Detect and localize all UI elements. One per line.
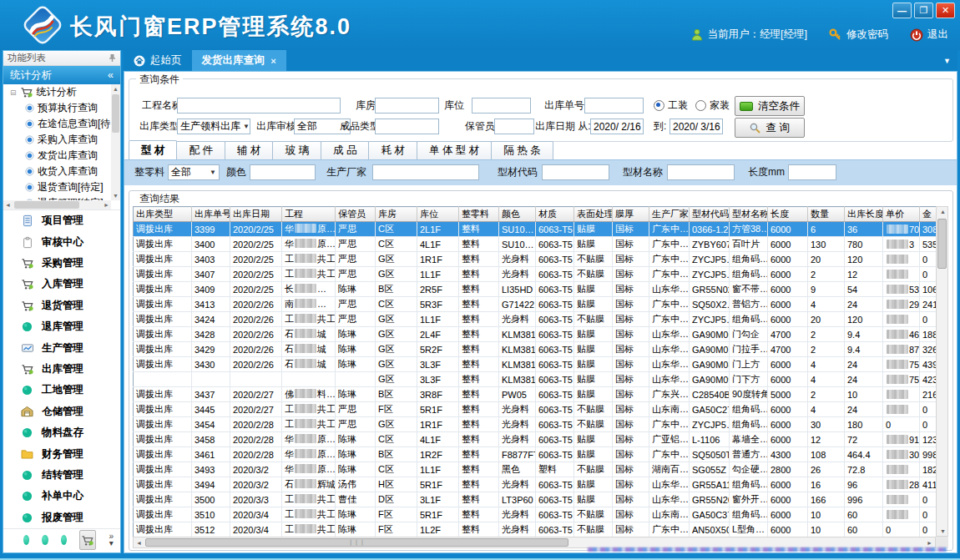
table-row[interactable]: 调拨出库34612020/2/28华原…陈琳B区1R2F整料F8877FT606… [134, 447, 937, 462]
column-header[interactable]: 生产厂家 [649, 207, 690, 222]
tree-item-purchase-inbound-query[interactable]: 采购入库查询 [3, 132, 111, 148]
more-chevron-icon[interactable]: »▾ [109, 533, 114, 547]
profile-name-input[interactable] [667, 164, 735, 180]
column-header[interactable]: 表面处理 [574, 207, 613, 222]
location-input[interactable] [472, 98, 531, 114]
table-row[interactable]: 调拨出库34032020/2/25工共工程严思G区1R1F整料光身料6063-T… [134, 252, 937, 267]
warehouse-input[interactable] [375, 98, 439, 114]
product-type-input[interactable] [375, 119, 439, 134]
minimize-button[interactable]: — [892, 3, 912, 18]
date-from-picker[interactable]: 2020/ 2/16▼ [590, 119, 644, 134]
clear-conditions-button[interactable]: 清空条件 [735, 96, 805, 116]
table-row[interactable]: 调拨出库34942020/3/2石辉城汤伟H区5R1F整料光身料6063-T5贴… [134, 477, 937, 492]
table-row[interactable]: 调拨出库34932020/3/2华原…陈琳C区1L1F整料黑色塑料不贴膜国标湖南… [134, 462, 937, 477]
tree-item-transit-info-query[interactable]: 在途信息查询[待 [3, 116, 111, 132]
order-no-input[interactable] [584, 98, 644, 114]
table-row[interactable]: 调拨出库34302020/2/26石城陈琳G区3L3F整料KLM38176063… [134, 357, 937, 372]
column-header[interactable]: 库位 [417, 207, 459, 222]
cart-button[interactable] [79, 530, 96, 550]
column-header[interactable]: 整零料 [459, 207, 499, 222]
tree-root[interactable]: ⊟统计分析 [3, 84, 111, 100]
search-button[interactable]: 查 询 [735, 118, 805, 138]
sidebar-item-warehouse-mgmt[interactable]: 仓储管理 [3, 401, 120, 422]
date-to-picker[interactable]: 2020/ 3/16▼ [669, 119, 723, 134]
table-row[interactable]: 调拨出库34072020/2/25工共工程严思G区1L1F整料光身料6063-T… [134, 267, 937, 282]
maximize-button[interactable]: ❐ [914, 3, 933, 18]
sidebar-item-return-stock-mgmt[interactable]: 退库管理 [3, 316, 120, 337]
length-input[interactable] [788, 164, 836, 180]
whole-part-select[interactable]: 全部▼ [168, 164, 220, 180]
tree-expander-icon[interactable]: ⊟ [10, 88, 17, 97]
sidebar-item-finance-mgmt[interactable]: 财务管理 [3, 443, 120, 464]
column-header[interactable]: 型材名称 [730, 207, 768, 222]
sidebar-item-inventory-count[interactable]: 物料盘存 [3, 422, 120, 443]
sidebar-item-scrap-mgmt[interactable]: 报废管理 [3, 507, 120, 528]
close-button[interactable]: ✕ [936, 3, 955, 18]
sidebar-item-audit-center[interactable]: 审核中心 [3, 231, 120, 252]
pin-icon[interactable] [109, 53, 116, 63]
sidebar-item-site-mgmt[interactable]: 工地管理 [3, 380, 120, 401]
out-type-select[interactable]: 生产领料出库▼ [177, 119, 250, 134]
sidebar-item-carryover-mgmt[interactable]: 结转管理 [3, 465, 120, 486]
tab-close-icon[interactable]: × [271, 56, 276, 66]
circle-icon[interactable] [61, 535, 67, 545]
table-row[interactable]: 调拨出库34292020/2/26石城陈琳G区5R2F整料KLM38176063… [134, 342, 937, 357]
column-header[interactable]: 材质 [536, 207, 574, 222]
logout-button[interactable]: 退出 [910, 28, 948, 42]
keeper-input[interactable] [494, 119, 534, 134]
material-tab-consumable[interactable]: 耗 材 [368, 141, 417, 159]
change-password-button[interactable]: 修改密码 [829, 28, 888, 42]
radio-home[interactable]: 家装 [695, 98, 730, 114]
table-row[interactable]: 调拨出库34452020/2/27工共工程严思F区5R1F整料光身料6063-T… [134, 402, 937, 417]
table-row[interactable]: 调拨出库35002020/3/3工共工程曹佳D区3L1F整料LT3P606063… [134, 492, 937, 507]
column-header[interactable]: 型材代码 [690, 207, 730, 222]
sidebar-item-purchase-mgmt[interactable]: 采购管理 [3, 253, 120, 274]
tree-item-budget-exec-query[interactable]: 预算执行查询 [3, 100, 111, 116]
tree-vertical-scrollbar[interactable]: ▲ ▼ [111, 84, 120, 200]
table-row[interactable]: G区3L3F整料KLM38176063-T5贴膜国标山东华…GA90M09.门下… [134, 372, 937, 387]
column-header[interactable]: 出库类型 [134, 207, 192, 222]
sidebar-item-inbound-mgmt[interactable]: 入库管理 [3, 274, 120, 295]
table-vertical-scrollbar[interactable]: ▲ ▼ [936, 206, 948, 537]
table-row[interactable]: 调拨出库35102020/3/4工共工程陈琳F区5R1F整料光身料6063-T5… [134, 507, 937, 522]
column-header[interactable]: 出库长度 [845, 207, 883, 222]
tree-item-receiving-inbound-query[interactable]: 收货入库查询 [3, 164, 111, 179]
table-row[interactable]: 调拨出库34002020/2/25华原…严思C区4L1F整料SU10…6063-… [134, 237, 937, 252]
table-row[interactable]: 调拨出库35122020/3/4工共工程陈琳F区1L2F整料光身料6063-T5… [134, 522, 937, 537]
profile-code-input[interactable] [542, 164, 609, 180]
tree-item-shipping-outbound-query[interactable]: 发货出库查询 [3, 148, 111, 164]
column-header[interactable]: 数量 [808, 207, 845, 222]
column-header[interactable]: 颜色 [499, 207, 536, 222]
column-header[interactable]: 出库单号 [192, 207, 230, 222]
collapse-icon[interactable]: « [108, 69, 114, 81]
manufacturer-input[interactable] [372, 164, 479, 180]
material-tab-glass[interactable]: 玻 璃 [272, 141, 321, 159]
tab-shipping-outbound-query[interactable]: 发货出库查询 × [192, 50, 286, 71]
material-tab-accessory[interactable]: 配 件 [176, 141, 225, 159]
table-row[interactable]: 调拨出库34242020/2/26工共工程严思G区1L1F整料光身料6063-T… [134, 312, 937, 327]
tab-home[interactable]: 起始页 [124, 50, 192, 71]
color-input[interactable] [250, 164, 316, 180]
column-header[interactable]: 保管员 [336, 207, 376, 222]
sidebar-item-reorder-center[interactable]: 补单中心 [3, 486, 120, 507]
column-header[interactable]: 工程 [282, 207, 336, 222]
sidebar-item-return-goods-mgmt[interactable]: 退货管理 [3, 295, 120, 316]
sidebar-item-project-mgmt[interactable]: 项目管理 [3, 210, 120, 231]
sidebar-section-header[interactable]: 统计分析 « [3, 66, 120, 84]
project-name-input[interactable] [177, 98, 341, 114]
column-header[interactable]: 膜厚 [613, 207, 649, 222]
material-tab-finished[interactable]: 成 品 [321, 141, 369, 159]
column-header[interactable]: 金 [920, 207, 937, 222]
column-header[interactable]: 长度 [768, 207, 808, 222]
column-header[interactable]: 库房 [376, 207, 417, 222]
sidebar-item-production-mgmt[interactable]: 生产管理 [3, 337, 120, 358]
sidebar-item-outbound-mgmt[interactable]: 出库管理 [3, 359, 120, 380]
table-row[interactable]: 调拨出库34282020/2/26石城陈琳G区2L4F整料KLM38176063… [134, 327, 937, 342]
table-row[interactable]: 调拨出库34542020/2/28工共工程严思G区1R1F整料光身料6063-T… [134, 417, 937, 432]
table-horizontal-scrollbar[interactable]: ◄ ❘❘❘ ► [133, 537, 936, 548]
circle-icon[interactable] [42, 535, 48, 545]
material-tab-single-profile[interactable]: 单 体 型 材 [417, 141, 492, 159]
table-row[interactable]: 调拨出库34582020/2/28华原…陈琳C区4L1F整料光身料6063-T5… [134, 432, 937, 447]
material-tab-profile[interactable]: 型 材 [129, 140, 177, 159]
table-row[interactable]: 调拨出库33992020/2/25华原…严思C区2L1F整料SU10…6063-… [134, 222, 937, 237]
